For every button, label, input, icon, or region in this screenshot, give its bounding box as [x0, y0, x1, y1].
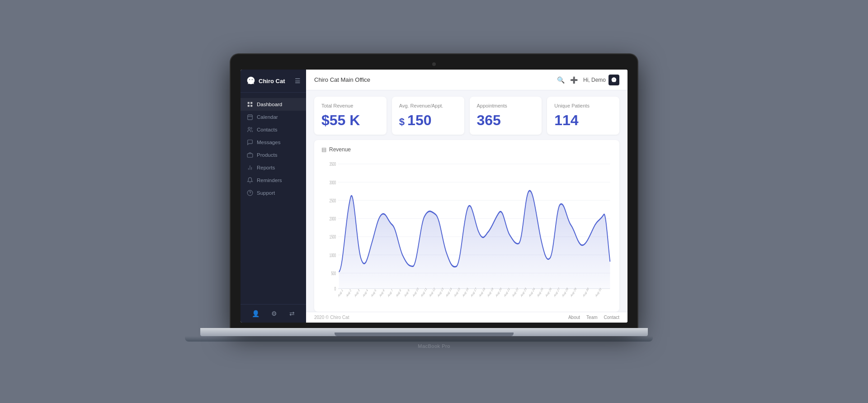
stat-value-avg-revenue: $ 150	[399, 113, 457, 127]
calendar-icon	[247, 114, 253, 120]
stat-label-revenue: Total Revenue	[321, 103, 379, 108]
footer-link-about[interactable]: About	[568, 315, 580, 320]
switch-icon[interactable]: ⇄	[289, 310, 295, 317]
svg-text:Aug 6: Aug 6	[379, 288, 385, 298]
reminders-icon	[247, 177, 253, 183]
messages-icon	[247, 139, 253, 145]
stat-label-appointments: Appointments	[477, 103, 535, 108]
laptop-base	[200, 328, 648, 336]
sidebar-label-products: Products	[257, 152, 277, 158]
sidebar-item-reports[interactable]: Reports	[241, 161, 306, 174]
hamburger-icon[interactable]: ☰	[295, 77, 301, 84]
revenue-chart-section: ▤ Revenue	[314, 140, 619, 312]
svg-rect-0	[248, 102, 250, 104]
page-title: Chiro Cat Main Office	[314, 76, 370, 83]
svg-text:2500: 2500	[330, 198, 336, 203]
chart-icon: ▤	[321, 146, 326, 153]
sidebar: Chiro Cat ☰ Dashboard Calendar	[241, 70, 306, 323]
svg-point-8	[248, 127, 250, 130]
svg-text:Aug 2: Aug 2	[346, 288, 352, 298]
copyright: 2020 © Chiro Cat	[314, 315, 349, 320]
search-icon[interactable]: 🔍	[557, 76, 565, 84]
main-content: Chiro Cat Main Office 🔍 ➕ Hi, Demo	[306, 70, 627, 323]
gear-icon[interactable]: ⚙	[271, 310, 277, 317]
top-bar: Chiro Cat Main Office 🔍 ➕ Hi, Demo	[306, 70, 627, 90]
stat-card-avg-revenue: Avg. Revenue/Appt. $ 150	[392, 97, 464, 135]
macbook-label: MacBook Pro	[418, 343, 450, 349]
chart-container: 3500 3000 2500 2000 1500 1000 500 0	[321, 157, 612, 305]
stat-value-revenue: $55 K	[321, 113, 379, 127]
sidebar-label-dashboard: Dashboard	[257, 102, 282, 107]
svg-rect-9	[247, 154, 253, 157]
laptop-foot	[185, 336, 653, 342]
chart-header: ▤ Revenue	[321, 146, 612, 153]
svg-text:Aug 5: Aug 5	[371, 288, 377, 298]
stat-label-avg-revenue: Avg. Revenue/Appt.	[399, 103, 457, 108]
svg-rect-3	[250, 105, 252, 107]
user-greeting: Hi, Demo	[583, 75, 619, 85]
sidebar-nav: Dashboard Calendar Contacts Messages	[241, 93, 306, 304]
svg-text:Aug 1: Aug 1	[337, 288, 344, 298]
svg-text:3000: 3000	[330, 180, 336, 185]
top-bar-right: 🔍 ➕ Hi, Demo	[557, 75, 619, 85]
stat-card-appointments: Appointments 365	[470, 97, 542, 135]
add-icon[interactable]: ➕	[570, 76, 578, 84]
svg-text:0: 0	[335, 286, 336, 292]
sidebar-label-support: Support	[257, 190, 275, 196]
greeting-text: Hi, Demo	[583, 77, 606, 83]
sidebar-item-products[interactable]: Products	[241, 149, 306, 161]
sidebar-footer: 👤 ⚙ ⇄	[241, 304, 306, 323]
stat-card-revenue: Total Revenue $55 K	[314, 97, 387, 135]
svg-text:Aug 8: Aug 8	[396, 288, 402, 298]
svg-rect-2	[248, 105, 250, 107]
sidebar-label-contacts: Contacts	[257, 127, 277, 132]
footer-links: About Team Contact	[568, 315, 619, 320]
svg-text:3500: 3500	[330, 162, 336, 167]
sidebar-item-messages[interactable]: Messages	[241, 136, 306, 149]
svg-rect-4	[248, 115, 253, 120]
stats-row: Total Revenue $55 K Avg. Revenue/Appt. $…	[306, 90, 627, 140]
sidebar-item-dashboard[interactable]: Dashboard	[241, 98, 306, 111]
stat-value-appointments: 365	[477, 113, 535, 127]
page-footer: 2020 © Chiro Cat About Team Contact	[306, 312, 627, 323]
sidebar-item-calendar[interactable]: Calendar	[241, 111, 306, 123]
svg-text:2000: 2000	[330, 216, 336, 222]
sidebar-item-support[interactable]: Support	[241, 187, 306, 199]
products-icon	[247, 152, 253, 158]
user-avatar	[609, 75, 619, 85]
laptop-camera	[432, 62, 436, 66]
svg-text:Aug 4: Aug 4	[363, 288, 369, 298]
svg-rect-1	[250, 102, 252, 104]
cat-logo-icon	[246, 76, 256, 86]
support-icon	[247, 190, 253, 196]
sidebar-item-reminders[interactable]: Reminders	[241, 174, 306, 187]
stat-label-patients: Unique Patients	[554, 103, 612, 108]
chart-title: Revenue	[329, 146, 351, 153]
footer-link-team[interactable]: Team	[586, 315, 597, 320]
svg-text:500: 500	[331, 271, 336, 276]
svg-text:1500: 1500	[330, 234, 336, 240]
revenue-svg: 3500 3000 2500 2000 1500 1000 500 0	[321, 157, 612, 305]
sidebar-item-contacts[interactable]: Contacts	[241, 123, 306, 136]
user-name: Demo	[591, 77, 606, 83]
app-name: Chiro Cat	[259, 78, 285, 84]
svg-text:1000: 1000	[330, 253, 336, 258]
reports-icon	[247, 164, 253, 171]
svg-text:Aug 3: Aug 3	[354, 288, 360, 298]
stat-card-patients: Unique Patients 114	[547, 97, 619, 135]
dashboard-icon	[247, 101, 253, 108]
svg-text:Aug 9: Aug 9	[404, 288, 410, 298]
sidebar-label-reports: Reports	[257, 165, 275, 170]
sidebar-label-messages: Messages	[257, 140, 280, 145]
footer-link-contact[interactable]: Contact	[604, 315, 619, 320]
sidebar-label-reminders: Reminders	[257, 178, 282, 183]
contacts-icon	[247, 127, 253, 133]
sidebar-label-calendar: Calendar	[257, 114, 278, 120]
sidebar-logo: Chiro Cat	[246, 76, 285, 86]
sidebar-header: Chiro Cat ☰	[241, 70, 306, 93]
stat-value-patients: 114	[554, 113, 612, 127]
user-settings-icon[interactable]: 👤	[252, 310, 259, 317]
svg-text:Aug 7: Aug 7	[387, 288, 394, 298]
